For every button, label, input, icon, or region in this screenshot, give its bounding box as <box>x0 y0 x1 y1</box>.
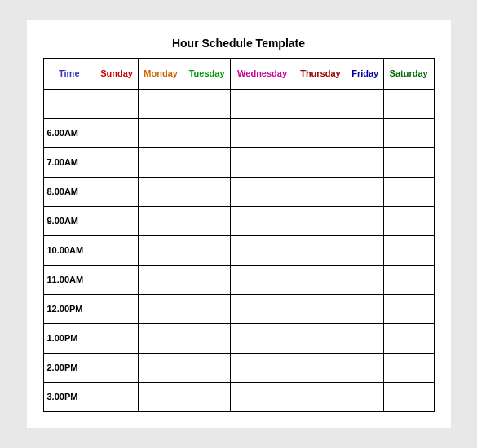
schedule-cell <box>383 147 434 177</box>
schedule-cell <box>383 382 434 411</box>
schedule-cell <box>95 382 139 411</box>
schedule-cell <box>383 353 434 382</box>
col-monday: Monday <box>139 58 183 89</box>
schedule-cell <box>139 265 183 294</box>
time-cell <box>43 89 95 118</box>
schedule-cell <box>231 206 294 235</box>
schedule-cell <box>231 382 294 411</box>
col-thursday: Thursday <box>294 58 347 89</box>
schedule-cell <box>183 382 231 411</box>
schedule-cell <box>183 177 231 206</box>
schedule-cell <box>231 294 294 323</box>
schedule-cell <box>347 382 383 411</box>
schedule-cell <box>231 147 294 177</box>
schedule-cell <box>183 294 231 323</box>
schedule-cell <box>294 118 347 147</box>
schedule-cell <box>294 323 347 353</box>
schedule-cell <box>95 323 139 353</box>
schedule-cell <box>95 294 139 323</box>
schedule-cell <box>139 147 183 177</box>
table-row <box>43 89 434 118</box>
schedule-cell <box>294 353 347 382</box>
col-friday: Friday <box>347 58 383 89</box>
schedule-cell <box>347 118 383 147</box>
schedule-cell <box>383 235 434 265</box>
time-cell: 8.00AM <box>43 177 95 206</box>
schedule-cell <box>183 353 231 382</box>
time-cell: 12.00PM <box>43 294 95 323</box>
time-cell: 2.00PM <box>43 353 95 382</box>
time-cell: 1.00PM <box>43 323 95 353</box>
schedule-cell <box>139 206 183 235</box>
col-wednesday: Wednesday <box>231 58 294 89</box>
table-row: 2.00PM <box>43 353 434 382</box>
schedule-cell <box>383 294 434 323</box>
table-row: 9.00AM <box>43 206 434 235</box>
schedule-cell <box>231 89 294 118</box>
schedule-cell <box>139 118 183 147</box>
schedule-cell <box>231 118 294 147</box>
table-row: 7.00AM <box>43 147 434 177</box>
schedule-cell <box>383 89 434 118</box>
schedule-cell <box>139 177 183 206</box>
schedule-cell <box>294 294 347 323</box>
table-row: 1.00PM <box>43 323 434 353</box>
schedule-cell <box>95 147 139 177</box>
schedule-cell <box>347 89 383 118</box>
schedule-cell <box>383 206 434 235</box>
schedule-cell <box>183 147 231 177</box>
schedule-cell <box>347 235 383 265</box>
schedule-cell <box>294 89 347 118</box>
schedule-cell <box>347 147 383 177</box>
table-row: 11.00AM <box>43 265 434 294</box>
schedule-cell <box>231 177 294 206</box>
schedule-body: 6.00AM7.00AM8.00AM9.00AM10.00AM11.00AM12… <box>43 89 434 411</box>
schedule-cell <box>139 353 183 382</box>
schedule-cell <box>347 206 383 235</box>
schedule-cell <box>183 89 231 118</box>
col-saturday: Saturday <box>383 58 434 89</box>
schedule-cell <box>183 118 231 147</box>
schedule-cell <box>183 265 231 294</box>
time-cell: 11.00AM <box>43 265 95 294</box>
schedule-cell <box>383 323 434 353</box>
schedule-cell <box>183 235 231 265</box>
col-time: Time <box>43 58 95 89</box>
time-cell: 7.00AM <box>43 147 95 177</box>
schedule-cell <box>139 382 183 411</box>
schedule-cell <box>347 177 383 206</box>
schedule-cell <box>231 265 294 294</box>
schedule-cell <box>347 353 383 382</box>
schedule-cell <box>294 177 347 206</box>
schedule-cell <box>347 294 383 323</box>
schedule-cell <box>139 323 183 353</box>
schedule-cell <box>347 323 383 353</box>
time-cell: 6.00AM <box>43 118 95 147</box>
schedule-cell <box>183 206 231 235</box>
schedule-cell <box>383 265 434 294</box>
schedule-cell <box>95 89 139 118</box>
schedule-cell <box>95 206 139 235</box>
schedule-cell <box>139 89 183 118</box>
page-title: Hour Schedule Template <box>43 37 435 50</box>
time-cell: 10.00AM <box>43 235 95 265</box>
schedule-cell <box>294 235 347 265</box>
schedule-cell <box>95 235 139 265</box>
schedule-cell <box>231 353 294 382</box>
schedule-cell <box>383 118 434 147</box>
table-row: 12.00PM <box>43 294 434 323</box>
schedule-cell <box>294 265 347 294</box>
schedule-cell <box>383 177 434 206</box>
table-row: 6.00AM <box>43 118 434 147</box>
schedule-cell <box>95 177 139 206</box>
schedule-table: Time Sunday Monday Tuesday Wednesday Thu… <box>43 58 435 412</box>
schedule-cell <box>231 323 294 353</box>
time-cell: 3.00PM <box>43 382 95 411</box>
col-sunday: Sunday <box>95 58 139 89</box>
table-row: 10.00AM <box>43 235 434 265</box>
header-row: Time Sunday Monday Tuesday Wednesday Thu… <box>43 58 434 89</box>
schedule-cell <box>294 147 347 177</box>
schedule-cell <box>347 265 383 294</box>
table-row: 8.00AM <box>43 177 434 206</box>
schedule-cell <box>139 235 183 265</box>
